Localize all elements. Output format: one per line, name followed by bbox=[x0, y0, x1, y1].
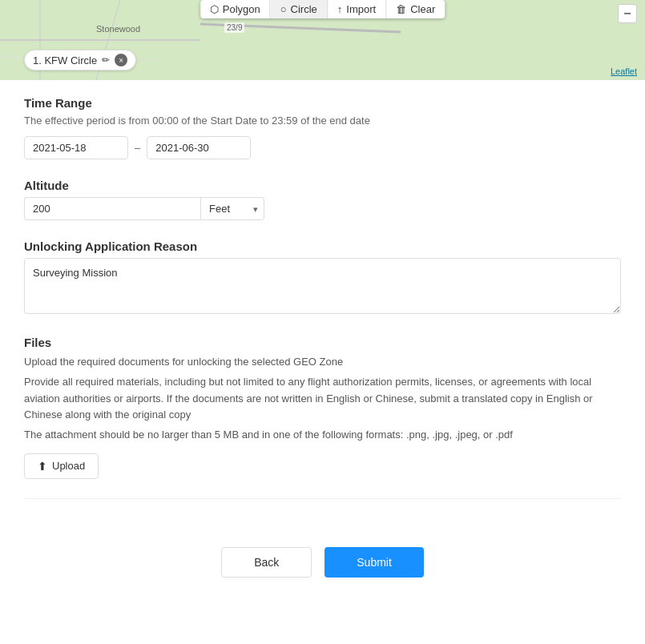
submit-button[interactable]: Submit bbox=[325, 547, 424, 578]
files-section: Files Upload the required documents for … bbox=[24, 336, 621, 479]
import-label: Import bbox=[346, 3, 376, 15]
files-desc2: Provide all required materials, includin… bbox=[24, 374, 621, 424]
clear-icon: 🗑 bbox=[396, 3, 406, 15]
files-desc3: The attachment should be no larger than … bbox=[24, 427, 621, 444]
unit-select-wrapper: Feet Meters bbox=[200, 197, 264, 220]
altitude-input[interactable] bbox=[24, 197, 200, 220]
reason-section: Unlocking Application Reason Surveying M… bbox=[24, 239, 621, 316]
upload-icon: ⬆ bbox=[38, 460, 47, 473]
back-button[interactable]: Back bbox=[221, 547, 312, 578]
files-title: Files bbox=[24, 336, 621, 349]
reason-textarea[interactable]: Surveying Mission bbox=[24, 258, 621, 314]
time-range-title: Time Range bbox=[24, 96, 621, 110]
reason-title: Unlocking Application Reason bbox=[24, 239, 621, 253]
remove-circle-button[interactable]: × bbox=[115, 54, 127, 66]
circle-tag-label: 1. KFW Circle bbox=[33, 54, 97, 66]
upload-label: Upload bbox=[52, 460, 85, 472]
clear-label: Clear bbox=[410, 3, 435, 15]
polygon-label: Polygon bbox=[223, 3, 260, 15]
stonewood-label: Stonewood bbox=[96, 24, 140, 34]
clear-button[interactable]: 🗑 Clear bbox=[386, 0, 445, 18]
edit-icon[interactable]: ✏ bbox=[102, 54, 110, 66]
altitude-row: Feet Meters bbox=[24, 197, 621, 220]
altitude-title: Altitude bbox=[24, 179, 621, 192]
altitude-section: Altitude Feet Meters bbox=[24, 179, 621, 220]
footer-buttons: Back Submit bbox=[0, 531, 645, 602]
time-range-section: Time Range The effective period is from … bbox=[24, 96, 621, 159]
footer-divider bbox=[24, 498, 621, 499]
form-content: Time Range The effective period is from … bbox=[0, 80, 645, 531]
upload-button[interactable]: ⬆ Upload bbox=[24, 453, 99, 479]
end-date-input[interactable] bbox=[147, 136, 251, 159]
polygon-icon: ⬡ bbox=[210, 3, 219, 15]
circle-icon: ○ bbox=[280, 3, 287, 15]
map-toolbar: ⬡ Polygon ○ Circle ↑ Import 🗑 Clear bbox=[200, 0, 445, 18]
leaflet-label: Leaflet bbox=[611, 66, 637, 76]
map-badge: 23/9 bbox=[224, 22, 244, 33]
circle-button[interactable]: ○ Circle bbox=[271, 0, 328, 18]
date-separator: – bbox=[135, 142, 140, 154]
import-icon: ↑ bbox=[337, 3, 343, 15]
start-date-input[interactable] bbox=[24, 136, 128, 159]
date-range-row: – bbox=[24, 136, 621, 159]
import-button[interactable]: ↑ Import bbox=[328, 0, 386, 18]
time-range-description: The effective period is from 00:00 of th… bbox=[24, 115, 621, 127]
map-section: ⬡ Polygon ○ Circle ↑ Import 🗑 Clear Ston… bbox=[0, 0, 645, 80]
unit-select[interactable]: Feet Meters bbox=[200, 197, 264, 220]
zoom-out-button[interactable]: − bbox=[618, 4, 637, 23]
circle-label: Circle bbox=[291, 3, 317, 15]
circle-tag: 1. KFW Circle ✏ × bbox=[24, 50, 136, 70]
files-desc1: Upload the required documents for unlock… bbox=[24, 354, 621, 371]
polygon-button[interactable]: ⬡ Polygon bbox=[200, 0, 271, 18]
